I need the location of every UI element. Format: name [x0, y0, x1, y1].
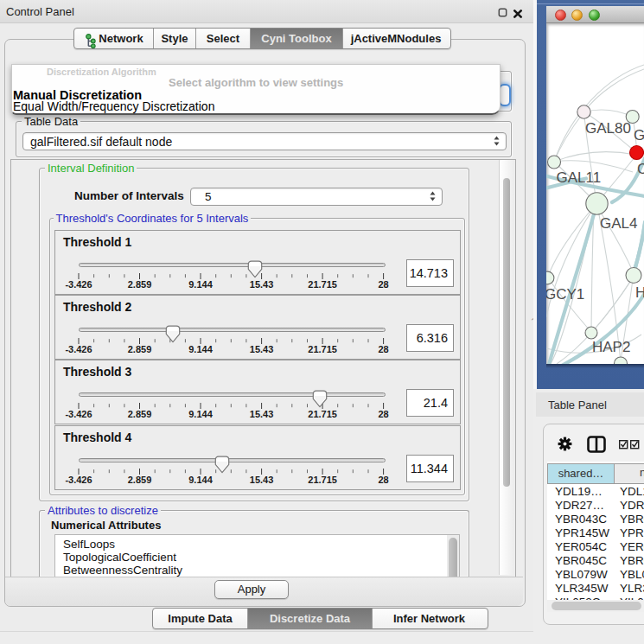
svg-text:GAL11: GAL11 — [557, 169, 602, 186]
svg-text:GA: GA — [634, 127, 644, 143]
svg-text:H: H — [635, 284, 644, 301]
svg-text:HAP2: HAP2 — [592, 339, 630, 355]
svg-text:GAL4: GAL4 — [600, 215, 637, 232]
svg-text:GCY1: GCY1 — [546, 286, 584, 303]
svg-text:C: C — [637, 161, 644, 177]
svg-text:GAL80: GAL80 — [585, 120, 631, 137]
